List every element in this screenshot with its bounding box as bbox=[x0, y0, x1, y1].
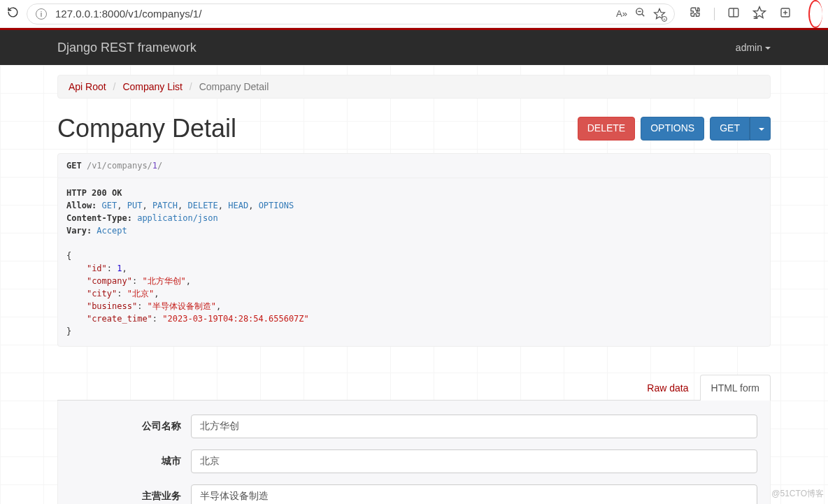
url-text: 127.0.0.1:8000/v1/companys/1/ bbox=[55, 8, 608, 20]
breadcrumb-sep: / bbox=[185, 81, 197, 92]
user-name: admin bbox=[736, 42, 762, 53]
breadcrumb-current: Company Detail bbox=[199, 81, 269, 92]
favorite-icon[interactable]: + bbox=[653, 8, 666, 20]
content-type-label: Content-Type: bbox=[66, 213, 132, 223]
response-block: HTTP 200 OK Allow: GET, PUT, PATCH, DELE… bbox=[57, 178, 771, 347]
extension-icon[interactable] bbox=[689, 6, 701, 22]
record-indicator bbox=[808, 0, 822, 28]
form-tabs: Raw data HTML form bbox=[57, 375, 771, 401]
tab-raw-data[interactable]: Raw data bbox=[636, 375, 699, 401]
label-city: 城市 bbox=[71, 455, 191, 468]
html-form-panel: 公司名称 城市 主营业务 PUT bbox=[57, 401, 771, 504]
allow-label: Allow: bbox=[66, 201, 97, 210]
breadcrumb-root[interactable]: Api Root bbox=[69, 81, 106, 92]
svg-line-1 bbox=[642, 14, 644, 16]
status-line: HTTP 200 OK bbox=[66, 188, 122, 198]
vary-label: Vary: bbox=[66, 226, 92, 236]
favorites-list-icon[interactable] bbox=[752, 6, 766, 22]
reload-icon[interactable] bbox=[6, 6, 20, 21]
input-city[interactable] bbox=[191, 449, 757, 473]
tab-html-form[interactable]: HTML form bbox=[700, 375, 771, 401]
watermark: @51CTO博客 bbox=[771, 488, 824, 500]
breadcrumb-list[interactable]: Company List bbox=[122, 81, 183, 92]
label-business: 主营业务 bbox=[71, 490, 191, 503]
get-button[interactable]: GET bbox=[710, 117, 750, 141]
info-icon[interactable]: i bbox=[36, 8, 47, 20]
collections-icon[interactable] bbox=[779, 6, 792, 22]
browser-toolbar: i 127.0.0.1:8000/v1/companys/1/ A» + bbox=[0, 0, 828, 28]
page-title: Company Detail bbox=[57, 114, 236, 143]
request-line: GET /v1/companys/1/ bbox=[57, 153, 771, 178]
separator bbox=[714, 8, 715, 20]
request-path: /v1/companys/ bbox=[87, 161, 152, 171]
split-screen-icon[interactable] bbox=[727, 6, 740, 22]
brand-link[interactable]: Django REST framework bbox=[57, 41, 197, 55]
input-company[interactable] bbox=[191, 415, 757, 438]
label-company: 公司名称 bbox=[71, 420, 191, 433]
read-aloud-icon[interactable]: A» bbox=[616, 8, 627, 19]
navbar: Django REST framework admin bbox=[0, 30, 828, 65]
request-method: GET bbox=[66, 161, 82, 171]
caret-down-icon bbox=[759, 128, 764, 131]
zoom-icon[interactable] bbox=[634, 6, 646, 21]
address-bar[interactable]: i 127.0.0.1:8000/v1/companys/1/ A» + bbox=[27, 3, 675, 24]
options-button[interactable]: OPTIONS bbox=[641, 117, 704, 141]
user-menu[interactable]: admin bbox=[736, 42, 771, 53]
input-business[interactable] bbox=[191, 484, 757, 504]
get-dropdown-toggle[interactable] bbox=[750, 117, 771, 141]
delete-button[interactable]: DELETE bbox=[578, 117, 635, 141]
get-button-group: GET bbox=[710, 117, 771, 141]
breadcrumb: Api Root / Company List / Company Detail bbox=[57, 75, 771, 99]
request-segment: 1 bbox=[152, 161, 157, 171]
caret-down-icon bbox=[765, 47, 771, 50]
request-trailing: / bbox=[157, 161, 162, 171]
breadcrumb-sep: / bbox=[109, 81, 120, 92]
